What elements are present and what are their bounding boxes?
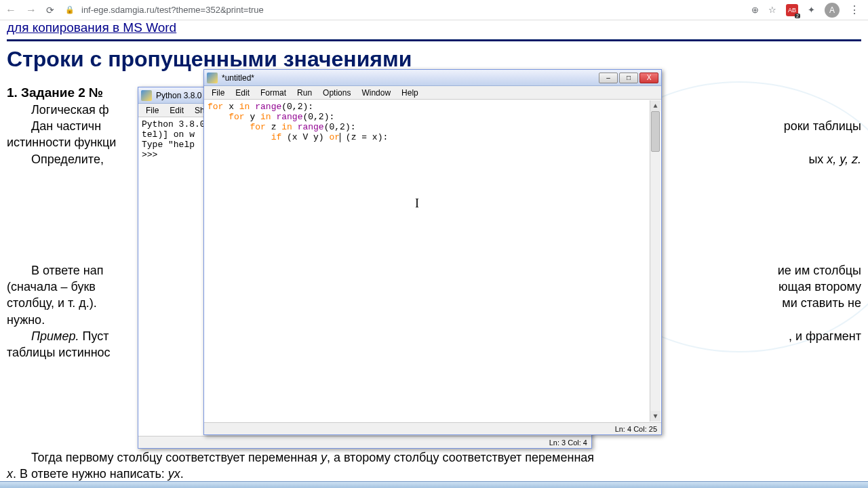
adblock-icon[interactable]: АВ 2 xyxy=(786,4,798,16)
page-title: Строки с пропущенными значениями xyxy=(7,47,861,72)
task-text: (сначала – букв xyxy=(7,279,96,295)
task-text: . В ответе нужно написать: xyxy=(13,467,168,481)
task-text: ющая второму xyxy=(778,279,861,295)
reload-icon[interactable]: ⟳ xyxy=(46,5,54,16)
var-y: y xyxy=(321,451,327,464)
maximize-button[interactable]: □ xyxy=(619,73,638,83)
task-text: , и фрагмент xyxy=(764,328,861,344)
statusbar: Ln: 4 Col: 25 xyxy=(204,422,661,434)
task-text: столбцу, и т. д.). xyxy=(7,295,97,311)
task-text: Определите, xyxy=(7,151,104,167)
task-text: Логическая ф xyxy=(31,103,109,117)
bookmark-icon[interactable]: ☆ xyxy=(768,5,776,15)
taskbar[interactable] xyxy=(0,481,868,488)
menu-icon[interactable]: ⋮ xyxy=(849,3,860,16)
task-text: В ответе нап xyxy=(7,262,103,279)
minimize-button[interactable]: – xyxy=(599,73,618,83)
close-button[interactable]: X xyxy=(639,73,658,83)
task-text: Тогда первому столбцу соответствует пере… xyxy=(31,451,321,464)
task-number: 1. Задание 2 № xyxy=(7,85,103,100)
task-text: таблицы истиннос xyxy=(7,346,111,359)
lock-icon: 🔒 xyxy=(65,5,75,14)
back-icon[interactable]: ← xyxy=(5,4,16,16)
menu-run[interactable]: Run xyxy=(292,87,317,98)
cursor-position: Ln: 3 Col: 4 xyxy=(549,439,587,447)
example-label: Пример. xyxy=(31,329,79,343)
task-text: ми ставить не xyxy=(782,295,861,311)
task-text: ие им столбцы xyxy=(753,262,861,279)
cursor-position: Ln: 4 Col: 25 xyxy=(615,425,657,433)
task-text: истинности функци xyxy=(7,136,116,149)
address-bar[interactable]: inf-ege.sdamgia.ru/test?theme=352&print=… xyxy=(81,5,745,15)
menu-file[interactable]: File xyxy=(207,87,229,98)
window-title: *untitled* xyxy=(222,73,599,83)
divider xyxy=(7,39,861,41)
task-text: ых xyxy=(808,152,827,166)
task-text: , а второму столбцу соответствует переме… xyxy=(327,451,594,464)
mouse-cursor-icon: I xyxy=(415,197,419,211)
code-editor[interactable]: for x in range(0,2): for y in range(0,2)… xyxy=(204,100,661,422)
task-text: . xyxy=(180,467,184,481)
python-icon xyxy=(141,90,152,101)
task-text: роки таблицы xyxy=(760,118,861,134)
idle-editor-window[interactable]: *untitled* – □ X File Edit Format Run Op… xyxy=(203,69,662,435)
vertical-scrollbar[interactable]: ▲ ▼ xyxy=(650,100,660,422)
task-text: нужно. xyxy=(7,313,45,327)
menu-options[interactable]: Options xyxy=(318,87,355,98)
menu-file[interactable]: File xyxy=(141,105,163,116)
menubar: File Edit Format Run Options Window Help xyxy=(204,86,661,100)
menu-window[interactable]: Window xyxy=(357,87,395,98)
profile-avatar[interactable]: A xyxy=(825,3,840,18)
scroll-up-icon[interactable]: ▲ xyxy=(650,100,660,111)
zoom-icon[interactable]: ⊕ xyxy=(751,5,759,15)
variables-text: x, y, z. xyxy=(827,152,861,166)
msword-link[interactable]: для копирования в MS Word xyxy=(7,20,176,35)
menu-edit[interactable]: Edit xyxy=(231,87,254,98)
browser-toolbar: ← → ⟳ 🔒 inf-ege.sdamgia.ru/test?theme=35… xyxy=(0,0,868,20)
menu-format[interactable]: Format xyxy=(256,87,291,98)
extensions-icon[interactable]: ✦ xyxy=(808,5,815,15)
menu-edit[interactable]: Edit xyxy=(165,105,189,116)
menu-help[interactable]: Help xyxy=(397,87,423,98)
task-text: Пуст xyxy=(79,329,108,343)
titlebar[interactable]: *untitled* – □ X xyxy=(204,70,661,86)
statusbar: Ln: 3 Col: 4 xyxy=(138,436,591,448)
scroll-down-icon[interactable]: ▼ xyxy=(650,411,660,422)
python-icon xyxy=(207,73,218,83)
scroll-thumb[interactable] xyxy=(651,111,660,152)
answer-yx: yx xyxy=(168,467,180,481)
forward-icon[interactable]: → xyxy=(26,4,37,16)
var-x: x xyxy=(7,467,13,481)
task-text: Дан частичн xyxy=(7,118,101,134)
